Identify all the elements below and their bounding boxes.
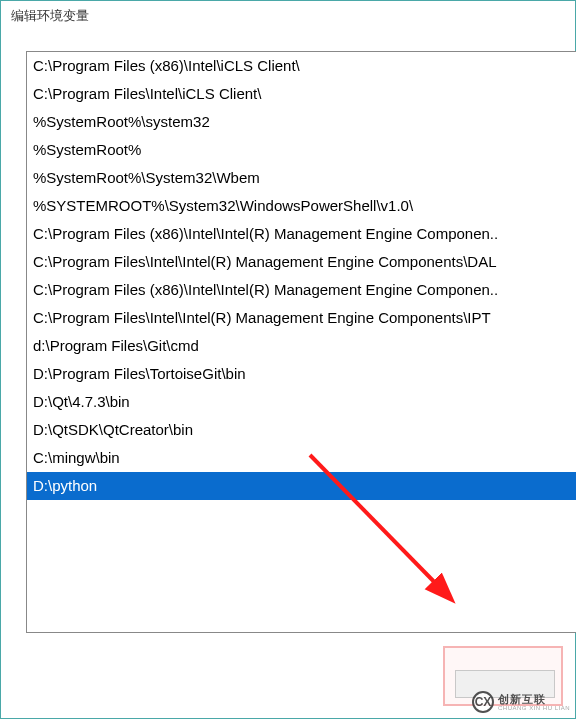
watermark-sub: CHUANG XIN HU LIAN bbox=[498, 705, 570, 711]
list-item[interactable]: D:\Program Files\TortoiseGit\bin bbox=[27, 360, 576, 388]
list-item[interactable]: D:\python bbox=[27, 472, 576, 500]
list-item[interactable]: %SYSTEMROOT%\System32\WindowsPowerShell\… bbox=[27, 192, 576, 220]
list-item[interactable]: %SystemRoot% bbox=[27, 136, 576, 164]
list-item[interactable]: %SystemRoot%\System32\Wbem bbox=[27, 164, 576, 192]
watermark-text: 创新互联 CHUANG XIN HU LIAN bbox=[498, 694, 570, 711]
list-item[interactable]: C:\Program Files (x86)\Intel\Intel(R) Ma… bbox=[27, 276, 576, 304]
title-bar: 编辑环境变量 bbox=[1, 1, 575, 31]
watermark: CX 创新互联 CHUANG XIN HU LIAN bbox=[472, 691, 570, 713]
list-item[interactable]: %SystemRoot%\system32 bbox=[27, 108, 576, 136]
list-item[interactable]: C:\Program Files\Intel\Intel(R) Manageme… bbox=[27, 248, 576, 276]
window-title: 编辑环境变量 bbox=[11, 8, 89, 23]
list-item[interactable]: C:\Program Files\Intel\Intel(R) Manageme… bbox=[27, 304, 576, 332]
list-item[interactable]: C:\Program Files (x86)\Intel\Intel(R) Ma… bbox=[27, 220, 576, 248]
path-listbox[interactable]: C:\Program Files (x86)\Intel\iCLS Client… bbox=[26, 51, 576, 633]
list-item[interactable]: C:\Program Files\Intel\iCLS Client\ bbox=[27, 80, 576, 108]
content-area: C:\Program Files (x86)\Intel\iCLS Client… bbox=[1, 31, 575, 718]
list-item[interactable]: D:\Qt\4.7.3\bin bbox=[27, 388, 576, 416]
list-item[interactable]: C:\mingw\bin bbox=[27, 444, 576, 472]
watermark-logo-icon: CX bbox=[472, 691, 494, 713]
list-item[interactable]: D:\QtSDK\QtCreator\bin bbox=[27, 416, 576, 444]
list-item[interactable]: C:\Program Files (x86)\Intel\iCLS Client… bbox=[27, 52, 576, 80]
dialog-window: 编辑环境变量 C:\Program Files (x86)\Intel\iCLS… bbox=[0, 0, 576, 719]
watermark-main: 创新互联 bbox=[498, 694, 570, 705]
list-item[interactable]: d:\Program Files\Git\cmd bbox=[27, 332, 576, 360]
